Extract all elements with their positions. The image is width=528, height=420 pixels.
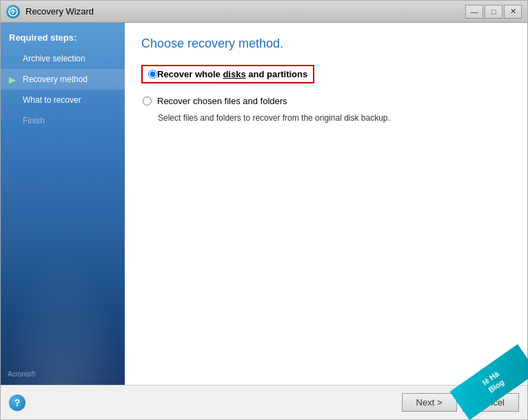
sidebar-bottom: Acronis® xyxy=(1,363,125,385)
main-area: Required steps: ✓ Archive selection ▶ Re… xyxy=(1,23,527,385)
option-files-folders-container: Recover chosen files and folders Select … xyxy=(141,96,511,123)
sidebar-item-what-to-recover[interactable]: ✓ What to recover xyxy=(1,90,125,110)
option-files-folders-description: Select files and folders to recover from… xyxy=(141,113,511,123)
content-body: Recover whole disks and partitions Recov… xyxy=(141,65,511,385)
help-label: ? xyxy=(14,397,21,408)
sidebar-item-label: What to recover xyxy=(23,95,81,105)
radio-whole-disks[interactable] xyxy=(148,70,157,79)
content-title: Choose recovery method. xyxy=(141,37,511,51)
option-whole-disks-label[interactable]: Recover whole disks and partitions xyxy=(157,69,307,79)
empty-icon xyxy=(6,114,19,127)
sidebar-item-finish[interactable]: Finish xyxy=(1,110,125,131)
next-button[interactable]: Next > xyxy=(402,393,457,412)
arrow-icon: ▶ xyxy=(6,73,19,86)
sidebar-item-label: Finish xyxy=(23,116,45,126)
close-button[interactable]: ✕ xyxy=(504,5,522,19)
help-button[interactable]: ? xyxy=(9,394,26,411)
bottom-bar: ? Next > Cancel xyxy=(1,385,527,419)
option-whole-disks-container: Recover whole disks and partitions xyxy=(141,65,511,90)
window-controls: — □ ✕ xyxy=(465,5,522,19)
minimize-button[interactable]: — xyxy=(465,5,483,19)
sidebar-brand: Acronis® xyxy=(8,370,36,378)
option-files-folders-row[interactable]: Recover chosen files and folders xyxy=(143,96,511,106)
watermark-text: lê Hà Blog xyxy=(480,369,507,396)
main-window: Recovery Wizard — □ ✕ Required steps: ✓ … xyxy=(0,0,528,420)
app-icon xyxy=(6,5,20,19)
window-title: Recovery Wizard xyxy=(26,6,465,17)
sidebar-item-recovery-method[interactable]: ▶ Recovery method xyxy=(1,69,125,90)
checkmark-icon: ✓ xyxy=(6,94,19,106)
content-area: Choose recovery method. Recover whole di… xyxy=(125,23,527,385)
sidebar-title: Required steps: xyxy=(1,23,125,48)
highlighted-option-box[interactable]: Recover whole disks and partitions xyxy=(141,65,314,83)
sidebar: Required steps: ✓ Archive selection ▶ Re… xyxy=(1,23,125,385)
maximize-button[interactable]: □ xyxy=(485,5,502,19)
sidebar-items: ✓ Archive selection ▶ Recovery method ✓ … xyxy=(1,48,125,131)
sidebar-item-label: Archive selection xyxy=(23,54,85,63)
sidebar-item-label: Recovery method xyxy=(23,74,88,84)
radio-files-folders[interactable] xyxy=(143,97,152,106)
option-files-folders-label[interactable]: Recover chosen files and folders xyxy=(157,96,287,106)
title-bar: Recovery Wizard — □ ✕ xyxy=(1,1,527,23)
checkmark-icon: ✓ xyxy=(6,52,19,65)
sidebar-item-archive-selection[interactable]: ✓ Archive selection xyxy=(1,48,125,69)
